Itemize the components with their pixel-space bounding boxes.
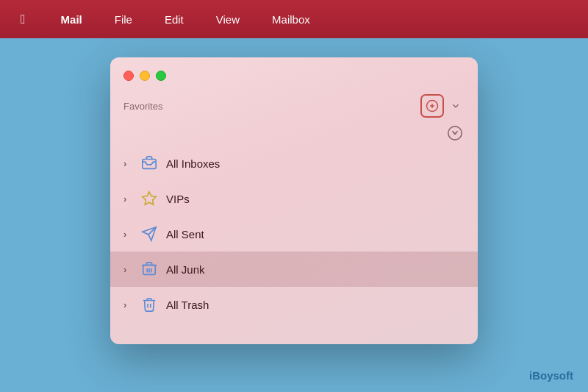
watermark-text: iBoysoft (529, 369, 573, 382)
vips-label: VIPs (166, 193, 190, 205)
chevron-right-icon-junk: › (123, 264, 132, 275)
chevron-down-icon (451, 101, 461, 111)
all-trash-label: All Trash (166, 299, 209, 311)
filter-button[interactable] (445, 124, 465, 143)
menu-view[interactable]: View (210, 10, 245, 29)
svg-rect-4 (143, 160, 156, 169)
iboysoft-watermark: iBoysoft (529, 369, 573, 382)
menu-edit[interactable]: Edit (159, 10, 190, 29)
trash-icon (140, 295, 159, 314)
all-junk-label: All Junk (166, 263, 205, 276)
chevron-right-icon-trash: › (123, 299, 132, 310)
sidebar-item-all-inboxes[interactable]: › All Inboxes (110, 146, 478, 181)
close-button[interactable] (123, 71, 134, 81)
svg-marker-5 (143, 192, 156, 204)
favorites-label: Favorites (123, 101, 162, 112)
star-icon (140, 189, 159, 208)
favorites-header: Favorites (110, 88, 478, 124)
sidebar-item-vips[interactable]: › VIPs (110, 181, 478, 216)
chevron-right-icon-sent: › (123, 229, 132, 240)
mail-window: Favorites (110, 57, 478, 344)
plus-icon (426, 99, 439, 113)
menu-mail[interactable]: Mail (55, 10, 88, 29)
chevron-right-icon: › (123, 158, 132, 169)
minimize-button[interactable] (140, 71, 150, 81)
filter-row (110, 124, 478, 146)
all-inboxes-label: All Inboxes (166, 157, 220, 170)
favorites-actions (420, 94, 465, 118)
sidebar-item-all-sent[interactable]: › All Sent (110, 216, 478, 252)
junk-icon (140, 260, 159, 279)
sidebar-item-all-trash[interactable]: › All Trash (110, 287, 478, 322)
traffic-lights (110, 57, 478, 88)
filter-circle-icon (447, 125, 463, 141)
maximize-button[interactable] (156, 71, 166, 81)
sent-icon (140, 224, 159, 243)
chevron-right-icon-vips: › (123, 193, 132, 204)
add-mailbox-button[interactable] (420, 94, 444, 118)
sidebar-item-all-junk[interactable]: › All Junk (110, 252, 478, 287)
chevron-down-button[interactable] (447, 97, 465, 115)
all-sent-label: All Sent (166, 228, 204, 240)
menu-mailbox[interactable]: Mailbox (266, 10, 316, 29)
apple-menu-icon[interactable]:  (15, 9, 32, 30)
menu-bar:  Mail File Edit View Mailbox (0, 0, 588, 38)
menu-file[interactable]: File (109, 10, 138, 29)
inbox-icon (140, 154, 159, 173)
